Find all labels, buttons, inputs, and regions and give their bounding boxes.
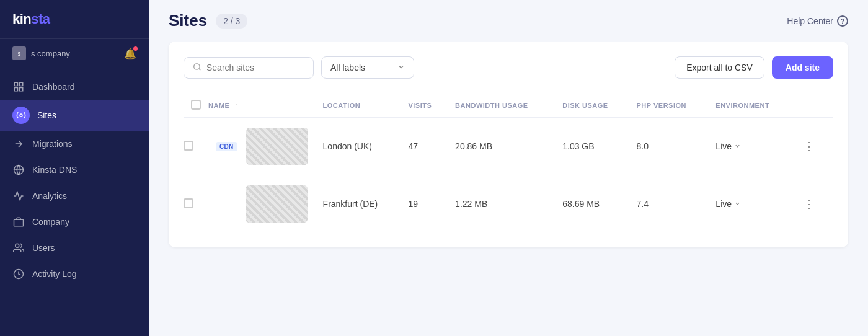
sidebar-item-analytics[interactable]: Analytics (0, 183, 149, 209)
site-thumbnail-cell-1: CDN (208, 118, 316, 175)
site-thumbnail-cell-2 (208, 175, 316, 233)
migrations-icon (12, 138, 25, 150)
sidebar-item-migrations[interactable]: Migrations (0, 131, 149, 157)
svg-point-8 (16, 244, 19, 247)
sites-card: All labels Export all to CSV Add site (169, 42, 848, 247)
sidebar-item-dashboard[interactable]: Dashboard (0, 74, 149, 100)
col-header-bandwidth: BANDWIDTH USAGE (448, 94, 555, 118)
svg-rect-7 (14, 219, 24, 226)
site-thumbnail-1 (246, 128, 308, 165)
site-thumbnail-2 (246, 185, 308, 223)
sidebar-item-activity-log[interactable]: Activity Log (0, 261, 149, 287)
site-actions-cell-1: ⋮ (792, 118, 833, 175)
col-header-visits: VISITS (401, 94, 448, 118)
site-php-2: 7.4 (629, 175, 708, 233)
sidebar-nav: Dashboard Sites Migrations Kinsta DNS (0, 68, 149, 336)
sort-arrow-icon: ↑ (234, 102, 238, 109)
sidebar: kinsta s s company 🔔 Dashboard Sites Mig… (0, 0, 149, 336)
chevron-down-icon (397, 63, 405, 73)
row-checkbox-cell-2 (184, 175, 208, 233)
dns-icon (12, 164, 25, 176)
page-title: Sites (169, 11, 207, 30)
site-visits-1: 47 (401, 118, 448, 175)
site-bandwidth-1: 20.86 MB (448, 118, 555, 175)
table-row: Frankfurt (DE) 19 1.22 MB 68.69 MB 7.4 L… (184, 175, 833, 233)
activity-log-icon (12, 268, 25, 280)
env-chevron-icon-2 (734, 200, 741, 208)
main-content: Sites 2 / 3 Help Center ? All labels (149, 0, 868, 336)
search-box[interactable] (184, 57, 314, 79)
sidebar-item-label-analytics: Analytics (32, 191, 67, 201)
sites-table: NAME ↑ LOCATION VISITS BANDWIDTH USAGE D… (184, 94, 833, 232)
sidebar-item-label-company: Company (32, 217, 69, 227)
sidebar-item-label-migrations: Migrations (32, 139, 73, 149)
company-name: s company (31, 49, 70, 58)
select-all-checkbox[interactable] (191, 100, 201, 110)
env-chevron-icon-1 (734, 143, 741, 151)
site-location-1: London (UK) (316, 118, 401, 175)
table-header: NAME ↑ LOCATION VISITS BANDWIDTH USAGE D… (184, 94, 833, 118)
sidebar-item-label-activity-log: Activity Log (32, 269, 77, 279)
header-checkbox-cell (184, 94, 208, 118)
col-header-disk: DISK USAGE (555, 94, 629, 118)
bell-icon[interactable]: 🔔 (124, 48, 136, 60)
row-checkbox-2[interactable] (184, 198, 193, 208)
svg-rect-0 (14, 82, 17, 86)
topbar: Sites 2 / 3 Help Center ? (149, 0, 868, 42)
svg-rect-3 (14, 88, 17, 91)
row-checkbox-1[interactable] (184, 141, 193, 151)
company-icon (12, 216, 25, 228)
toolbar: All labels Export all to CSV Add site (184, 56, 833, 79)
sidebar-item-label-dns: Kinsta DNS (32, 165, 77, 175)
help-icon: ? (837, 15, 848, 27)
more-options-button-2[interactable]: ⋮ (800, 196, 818, 212)
table-row: CDN London (UK) 47 20.86 MB 1.03 GB 8.0 (184, 118, 833, 175)
col-header-php: PHP VERSION (629, 94, 708, 118)
company-row[interactable]: s s company 🔔 (0, 39, 149, 68)
dashboard-icon (12, 81, 25, 93)
help-center-link[interactable]: Help Center ? (787, 15, 848, 27)
col-header-actions (792, 94, 833, 118)
svg-line-11 (199, 68, 201, 70)
search-input[interactable] (206, 63, 304, 73)
site-disk-2: 68.69 MB (555, 175, 629, 233)
sidebar-item-label-sites: Sites (37, 110, 56, 120)
sidebar-header: kinsta (0, 0, 149, 39)
sidebar-item-users[interactable]: Users (0, 235, 149, 261)
col-header-location: LOCATION (316, 94, 401, 118)
search-icon (193, 63, 202, 73)
col-header-environment: ENVIRONMENT (708, 94, 792, 118)
labels-dropdown[interactable]: All labels (321, 56, 414, 79)
cdn-badge-1: CDN (216, 142, 237, 151)
environment-dropdown-1[interactable]: Live (715, 141, 785, 151)
page-title-row: Sites 2 / 3 (169, 11, 247, 30)
col-header-name[interactable]: NAME ↑ (208, 94, 316, 118)
company-avatar: s (12, 46, 26, 60)
export-csv-button[interactable]: Export all to CSV (675, 56, 764, 79)
sidebar-item-kinsta-dns[interactable]: Kinsta DNS (0, 157, 149, 183)
svg-rect-2 (20, 88, 23, 91)
more-options-button-1[interactable]: ⋮ (800, 138, 818, 154)
svg-point-4 (20, 114, 22, 117)
svg-rect-1 (20, 82, 23, 86)
add-site-button[interactable]: Add site (772, 56, 833, 79)
help-center-label: Help Center (787, 16, 833, 26)
sites-icon-circle (12, 107, 30, 124)
sidebar-item-sites[interactable]: Sites (0, 100, 149, 131)
site-php-1: 8.0 (629, 118, 708, 175)
page-count-badge: 2 / 3 (216, 14, 247, 29)
sidebar-item-company[interactable]: Company (0, 209, 149, 235)
site-environment-1: Live (708, 118, 792, 175)
table-body: CDN London (UK) 47 20.86 MB 1.03 GB 8.0 (184, 118, 833, 233)
analytics-icon (12, 190, 25, 202)
svg-point-10 (194, 63, 200, 69)
site-actions-cell-2: ⋮ (792, 175, 833, 233)
site-location-2: Frankfurt (DE) (316, 175, 401, 233)
site-disk-1: 1.03 GB (555, 118, 629, 175)
logo: kinsta (12, 11, 50, 27)
sidebar-item-label-users: Users (32, 243, 55, 253)
users-icon (12, 242, 25, 254)
environment-dropdown-2[interactable]: Live (715, 199, 785, 209)
labels-dropdown-label: All labels (330, 63, 365, 73)
content-area: All labels Export all to CSV Add site (149, 42, 868, 336)
